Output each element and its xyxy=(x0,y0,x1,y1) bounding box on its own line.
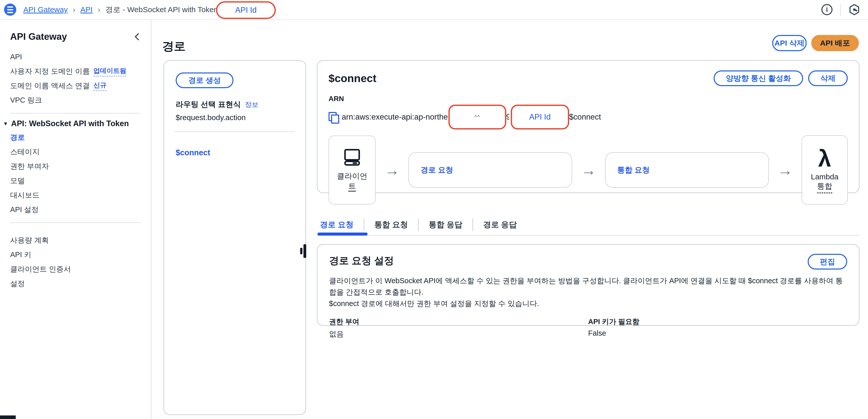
route-detail-header: $connect 양방향 통신 활성화 삭제 xyxy=(329,70,848,86)
sidebar-item-api[interactable]: API xyxy=(10,50,141,64)
route-request-label: 경로 요청 xyxy=(421,165,453,175)
api-id-redaction-annotation: API Id xyxy=(216,1,276,19)
tab-integration-response[interactable]: 통합 응답 xyxy=(426,219,465,230)
edit-button[interactable]: 편집 xyxy=(808,254,847,269)
api-id-annotation-label: API Id xyxy=(529,112,551,122)
route-connect-link[interactable]: $connect xyxy=(176,148,294,157)
sidebar-item-vpc-links[interactable]: VPC 링크 xyxy=(10,93,141,107)
sidebar: API Gateway API 사용자 지정 도메인 이름 업데이트됨 도메인 … xyxy=(0,20,151,419)
tab-integration-request[interactable]: 통합 요청 xyxy=(372,219,411,230)
arn-prefix-text: arn:aws:execute-api:ap-northe xyxy=(342,112,448,122)
client-node: 클라이언 트 xyxy=(329,135,376,204)
authorization-value: 없음 xyxy=(329,329,588,339)
sidebar-item-settings[interactable]: 설정 xyxy=(10,277,141,291)
top-navigation-bar: API Gateway › API › 경로 - WebSocket API w… xyxy=(0,0,868,20)
sidebar-item-label: 대시보드 xyxy=(10,190,39,200)
lambda-label-line2[interactable]: 통합 xyxy=(817,181,832,193)
sidebar-item-label: API xyxy=(10,53,22,61)
sidebar-item-label: VPC 링크 xyxy=(10,95,42,105)
lambda-label-line1: Lambda xyxy=(811,172,838,181)
sidebar-item-label: 사용자 지정 도메인 이름 xyxy=(10,66,90,76)
route-flow-diagram: 클라이언 트 경로 요청 통합 요청 Lambda 통합 xyxy=(329,135,848,205)
new-badge[interactable]: 신규 xyxy=(93,81,106,91)
menu-icon[interactable] xyxy=(4,4,16,16)
arn-fragment-text: 9 xyxy=(506,112,509,122)
route-request-node[interactable]: 경로 요청 xyxy=(408,152,572,188)
delete-api-button[interactable]: API 삭제 xyxy=(772,35,807,51)
create-route-button[interactable]: 경로 생성 xyxy=(176,72,234,88)
sidebar-divider xyxy=(10,113,141,114)
sidebar-item-dashboard[interactable]: 대시보드 xyxy=(10,188,141,202)
sidebar-item-custom-domain-names[interactable]: 사용자 지정 도메인 이름 업데이트됨 xyxy=(10,64,141,78)
settings-description-line2: $connect 경로에 대해서만 권한 부여 설정을 지정할 수 있습니다. xyxy=(329,298,847,309)
tab-divider xyxy=(472,218,473,231)
sidebar-item-label: 설정 xyxy=(10,279,25,289)
enable-two-way-communication-button[interactable]: 양방향 통신 활성화 xyxy=(714,70,803,86)
api-key-required-field: API 키가 필요함 False xyxy=(588,317,847,339)
sidebar-item-label: 사용량 계획 xyxy=(10,235,49,246)
routes-divider xyxy=(174,131,295,132)
sidebar-header: API Gateway xyxy=(10,31,141,42)
api-key-required-value: False xyxy=(588,329,847,337)
client-label: 클라이언 트 xyxy=(337,171,367,191)
client-label-line2[interactable]: 트 xyxy=(348,182,356,192)
settings-description-line1: 클라이언트가 이 WebSocket API에 액세스할 수 있는 권한을 부여… xyxy=(329,275,847,298)
route-request-settings-panel: 경로 요청 설정 편집 클라이언트가 이 WebSocket API에 액세스할… xyxy=(317,244,859,326)
tab-divider xyxy=(418,218,418,231)
sidebar-item-authorizers[interactable]: 권한 부여자 xyxy=(10,159,141,173)
breadcrumb-api[interactable]: API xyxy=(80,5,93,14)
sidebar-item-api-settings[interactable]: API 설정 xyxy=(10,202,141,217)
arn-redaction-box: ^^ xyxy=(448,105,506,129)
sidebar-item-label: 경로 xyxy=(10,132,25,142)
info-link[interactable]: 정보 xyxy=(245,100,258,109)
sidebar-nav: API 사용자 지정 도메인 이름 업데이트됨 도메인 이름 액세스 연결 신규… xyxy=(10,50,141,291)
sidebar-item-label: API 설정 xyxy=(10,205,39,215)
sidebar-item-domain-name-access-associations[interactable]: 도메인 이름 액세스 연결 신규 xyxy=(10,78,141,93)
breadcrumb-separator-icon: › xyxy=(98,5,100,14)
settings-title: 경로 요청 설정 xyxy=(329,254,394,267)
lambda-integration-node: Lambda 통합 xyxy=(802,135,848,205)
sidebar-item-label: 스테이지 xyxy=(10,147,39,157)
tab-route-request[interactable]: 경로 요청 xyxy=(317,219,356,230)
split-panel-resize-handle[interactable] xyxy=(304,244,306,258)
routing-expression-row: 라우팅 선택 표현식 정보 xyxy=(176,99,294,110)
tab-route-response[interactable]: 경로 응답 xyxy=(480,219,520,230)
collapse-sidebar-icon[interactable] xyxy=(133,32,141,41)
split-panel-resize-handle[interactable] xyxy=(300,248,303,254)
delete-route-button[interactable]: 삭제 xyxy=(808,70,848,86)
sidebar-item-client-certificates[interactable]: 클라이언트 인증서 xyxy=(10,262,141,277)
arrow-right-icon xyxy=(581,161,596,179)
sidebar-item-routes[interactable]: 경로 xyxy=(10,130,141,144)
lambda-icon xyxy=(818,147,831,170)
arrow-right-icon xyxy=(384,161,400,179)
api-id-redaction-annotation: API Id xyxy=(511,105,569,129)
authorization-label: 권한 부여 xyxy=(329,317,588,326)
breadcrumb-current: 경로 - WebSocket API with Token xyxy=(105,5,218,15)
route-detail-panel: $connect 양방향 통신 활성화 삭제 ARN arn:aws:execu… xyxy=(317,60,859,193)
topbar-actions: i xyxy=(822,4,860,16)
copy-icon[interactable] xyxy=(329,112,338,122)
updated-badge[interactable]: 업데이트됨 xyxy=(93,66,126,76)
sidebar-item-api-keys[interactable]: API 키 xyxy=(10,248,141,262)
sidebar-item-stages[interactable]: 스테이지 xyxy=(10,144,141,159)
sidebar-item-usage-plans[interactable]: 사용량 계획 xyxy=(10,233,141,248)
sidebar-divider xyxy=(10,222,141,223)
breadcrumb-separator-icon: › xyxy=(73,5,75,14)
info-icon[interactable]: i xyxy=(822,4,833,15)
sidebar-section-api-websocket[interactable]: API: WebSocket API with Token xyxy=(3,119,141,128)
sidebar-item-models[interactable]: 모델 xyxy=(10,173,141,188)
arn-label: ARN xyxy=(329,95,848,103)
breadcrumb-api-gateway[interactable]: API Gateway xyxy=(23,5,68,14)
routes-list-panel: 경로 생성 라우팅 선택 표현식 정보 $request.body.action… xyxy=(163,60,306,415)
sidebar-item-label: 클라이언트 인증서 xyxy=(10,264,71,275)
sidebar-item-label: 권한 부여자 xyxy=(10,161,49,171)
api-key-required-label: API 키가 필요함 xyxy=(588,317,847,326)
integration-request-label: 통합 요청 xyxy=(617,165,650,175)
redaction-mark: ^^ xyxy=(474,114,480,120)
caret-down-icon xyxy=(3,121,8,127)
deploy-api-button[interactable]: API 배포 xyxy=(811,35,859,51)
integration-request-node[interactable]: 통합 요청 xyxy=(605,152,769,188)
route-detail-actions: 양방향 통신 활성화 삭제 xyxy=(714,70,848,86)
sidebar-item-label: 모델 xyxy=(10,176,25,186)
cloudshell-icon[interactable] xyxy=(848,4,860,16)
